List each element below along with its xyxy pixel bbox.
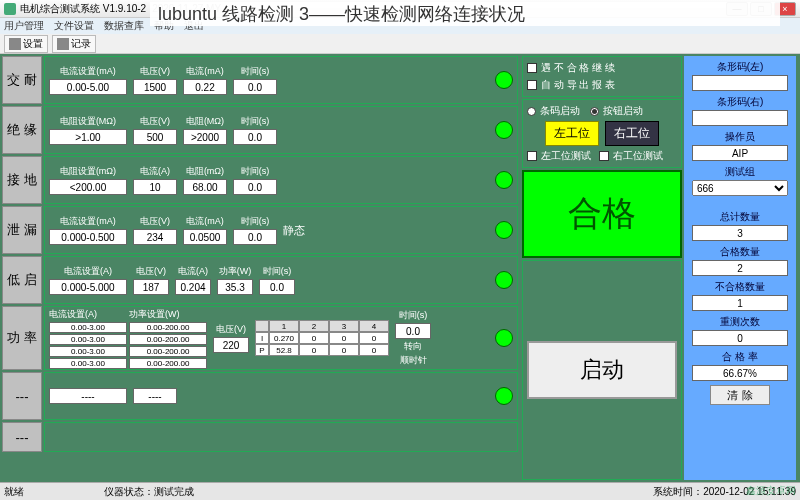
start-button[interactable]: 启动 [527,341,677,399]
chk-right-test[interactable]: 右工位测试 [599,149,663,163]
row-body: 电流设置(mA)0.00-5.00 电压(V)1500 电流(mA)0.22 时… [44,56,518,104]
static-label: 静态 [283,223,305,238]
right-a: 遇 不 合 格 继 续 自 动 导 出 报 表 条码启动 按钮启动 左工位 右工… [522,56,682,480]
right-column: 遇 不 合 格 继 续 自 动 导 出 报 表 条码启动 按钮启动 左工位 右工… [520,54,798,482]
options-box-1: 遇 不 合 格 继 续 自 动 导 出 报 表 [522,56,682,97]
left-column: 交 耐 电流设置(mA)0.00-5.00 电压(V)1500 电流(mA)0.… [0,54,520,482]
fail-count: 1 [692,295,788,311]
checkbox-icon [527,151,537,161]
clear-button[interactable]: 清 除 [710,385,770,405]
menu-data[interactable]: 数据查库 [104,19,144,33]
opt-auto-export[interactable]: 自 动 导 出 报 表 [527,78,677,92]
status-led-icon [495,271,513,289]
watermark: 鑫源安卓网 [746,484,796,498]
status-led-icon [495,329,513,347]
row-blank2: --- [2,422,518,452]
options-box-2: 条码启动 按钮启动 左工位 右工位 左工位测试 右工位测试 [522,99,682,168]
power-settings: 功率设置(W) 0.00-200.00 0.00-200.00 0.00-200… [129,308,207,369]
status-led-icon [495,171,513,189]
row-jiaonai: 交 耐 电流设置(mA)0.00-5.00 电压(V)1500 电流(mA)0.… [2,56,518,104]
opt-continue-on-fail[interactable]: 遇 不 合 格 继 续 [527,61,677,75]
side-panel: 条形码(左) 条形码(右) 操作员AIP 测试组666 总计数量3 合格数量2 … [684,56,796,480]
overlay-caption: lubuntu 线路检测 3——快速检测网络连接状况 [150,2,780,26]
window-title: 电机综合测试系统 V1.9.10-2 [20,2,146,16]
status-led-icon [495,71,513,89]
row-xielou: 泄 漏 电流设置(mA)0.000-0.500 电压(V)234 电流(mA)0… [2,206,518,254]
operator-value: AIP [692,145,788,161]
row-tag: 交 耐 [2,56,42,104]
pass-rate: 66.67% [692,365,788,381]
row-jiedi: 接 地 电阻设置(mΩ)<200.00 电流(A)10 电阻(mΩ)68.00 … [2,156,518,204]
checkbox-icon [527,80,537,90]
toolbar: 设置 记录 [0,34,800,54]
checkbox-icon [599,151,609,161]
statusbar: 就绪 仪器状态：测试完成 系统时间：2020-12-02 15:11:39 [0,482,800,500]
setting-value[interactable]: 0.00-5.00 [49,79,127,95]
current-settings: 电流设置(A) 0.00-3.00 0.00-3.00 0.00-3.00 0.… [49,308,127,369]
toolbar-record[interactable]: 记录 [52,35,96,53]
main-panel: 交 耐 电流设置(mA)0.00-5.00 电压(V)1500 电流(mA)0.… [0,54,800,482]
menu-user[interactable]: 用户管理 [4,19,44,33]
pass-count: 2 [692,260,788,276]
row-gonglv: 功 率 电流设置(A) 0.00-3.00 0.00-3.00 0.00-3.0… [2,306,518,370]
app-icon [4,3,16,15]
total-count: 3 [692,225,788,241]
status-ready: 就绪 [4,485,24,499]
record-icon [57,38,69,50]
radio-icon [527,107,536,116]
start-box: 启动 [522,260,682,480]
retest-count: 0 [692,330,788,346]
radio-icon [590,107,599,116]
toolbar-settings[interactable]: 设置 [4,35,48,53]
instrument-status: 测试完成 [154,486,194,497]
status-led-icon [495,221,513,239]
barcode-right-input[interactable] [692,110,788,126]
radio-barcode-start[interactable]: 条码启动 [527,104,580,118]
barcode-left-input[interactable] [692,75,788,91]
ip-table: 1234 I0.270000 P52.8000 [255,320,389,356]
row-jueyuan: 绝 缘 电阻设置(MΩ)>1.00 电压(V)500 电阻(MΩ)>2000 时… [2,106,518,154]
row-diqi: 低 启 电流设置(A)0.000-5.000 电压(V)187 电流(A)0.2… [2,256,518,304]
status-led-icon [495,121,513,139]
status-led-icon [495,387,513,405]
left-station-button[interactable]: 左工位 [545,121,599,146]
row-blank1: --- -------- [2,372,518,420]
right-station-button[interactable]: 右工位 [605,121,659,146]
pass-indicator: 合格 [522,170,682,258]
chk-left-test[interactable]: 左工位测试 [527,149,591,163]
test-group-select[interactable]: 666 [692,180,788,196]
checkbox-icon [527,63,537,73]
menu-file[interactable]: 文件设置 [54,19,94,33]
radio-button-start[interactable]: 按钮启动 [590,104,643,118]
book-icon [9,38,21,50]
